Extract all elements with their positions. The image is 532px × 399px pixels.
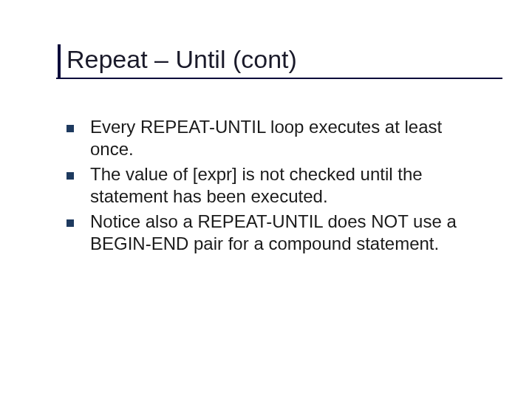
bullet-text: Every REPEAT-UNTIL loop executes at leas… — [90, 116, 480, 160]
list-item: Every REPEAT-UNTIL loop executes at leas… — [66, 116, 480, 160]
bullet-text: The value of [expr] is not checked until… — [90, 163, 480, 208]
slide-title: Repeat – Until (cont) — [66, 44, 480, 75]
square-bullet-icon — [66, 172, 74, 180]
title-accent-bar — [58, 44, 61, 79]
slide: Repeat – Until (cont) Every REPEAT-UNTIL… — [0, 0, 532, 287]
square-bullet-icon — [66, 219, 74, 227]
bullet-text: Notice also a REPEAT-UNTIL does NOT use … — [90, 211, 480, 255]
title-block: Repeat – Until (cont) — [66, 44, 480, 79]
bullet-list: Every REPEAT-UNTIL loop executes at leas… — [66, 116, 480, 255]
title-underline — [56, 78, 502, 79]
square-bullet-icon — [66, 125, 74, 132]
list-item: Notice also a REPEAT-UNTIL does NOT use … — [66, 211, 480, 255]
list-item: The value of [expr] is not checked until… — [66, 163, 480, 208]
